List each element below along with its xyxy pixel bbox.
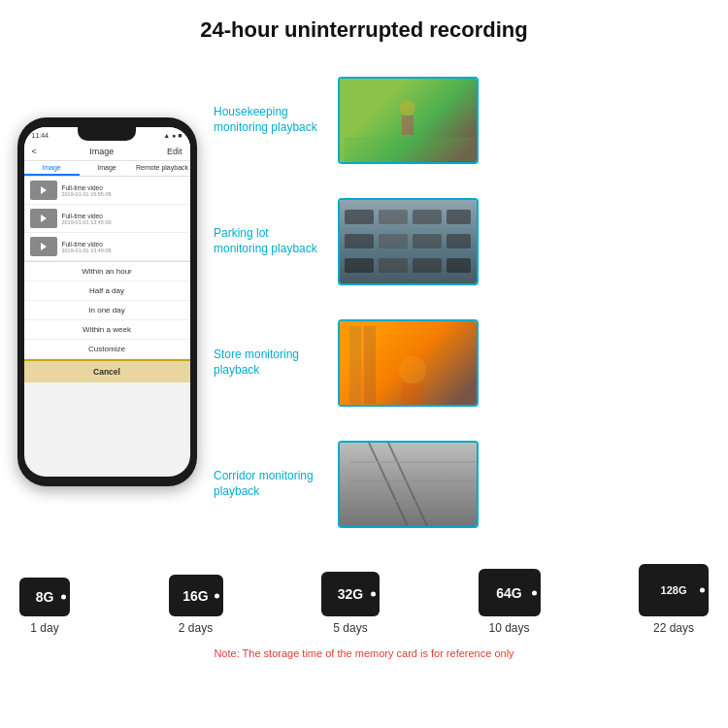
storage-section: 8G 1 day 16G 2 days 32G 5 days 64G bbox=[0, 549, 728, 672]
phone-nav-title: Image bbox=[89, 147, 114, 156]
storage-note: Note: The storage time of the memory car… bbox=[19, 643, 709, 667]
monitor-item-store: Store monitoringplayback bbox=[214, 319, 718, 407]
svg-rect-13 bbox=[413, 258, 442, 273]
monitor-label-housekeeping: Housekeepingmonitoring playback bbox=[214, 105, 330, 135]
svg-rect-6 bbox=[447, 210, 471, 224]
item-text-2: Full-time video 2019-01-01 13:45:00 bbox=[62, 213, 112, 225]
sd-card-128g-dot bbox=[700, 588, 705, 593]
sd-card-8g: 8G bbox=[19, 578, 70, 616]
phone-tab-remote[interactable]: Remote playback bbox=[135, 161, 190, 176]
thumb-2 bbox=[30, 209, 57, 228]
dropdown-item-2[interactable]: Half a day bbox=[24, 281, 190, 301]
svg-rect-16 bbox=[364, 326, 376, 404]
phone-icons: ▲ ● ■ bbox=[163, 132, 182, 139]
sd-card-128g-label: 128G bbox=[661, 584, 687, 596]
storage-card-128g: 128G 22 days bbox=[639, 564, 709, 635]
housekeeping-svg bbox=[340, 79, 477, 162]
play-icon-3 bbox=[41, 243, 47, 250]
phone-mockup: 11:44 ▲ ● ■ < Image Edit Image Image Rem… bbox=[17, 117, 197, 486]
storage-cards: 8G 1 day 16G 2 days 32G 5 days 64G bbox=[19, 564, 709, 635]
svg-rect-11 bbox=[345, 258, 374, 273]
dropdown-item-4[interactable]: Within a week bbox=[24, 320, 190, 340]
storage-days-128g: 22 days bbox=[653, 621, 694, 635]
svg-rect-9 bbox=[413, 234, 442, 248]
svg-rect-0 bbox=[345, 137, 476, 161]
storage-days-8g: 1 day bbox=[30, 621, 58, 635]
list-item: Full-time video 2019-01-01 15:55:08 bbox=[24, 177, 190, 205]
page-title: 24-hour uninterrupted recording bbox=[0, 0, 728, 54]
monitor-item-housekeeping: Housekeepingmonitoring playback bbox=[214, 77, 718, 164]
phone-screen: 11:44 ▲ ● ■ < Image Edit Image Image Rem… bbox=[24, 127, 190, 477]
dropdown-item-5[interactable]: Customize bbox=[24, 340, 190, 359]
svg-rect-10 bbox=[447, 234, 471, 248]
sd-card-32g-label: 32G bbox=[338, 586, 363, 602]
storage-card-64g: 64G 10 days bbox=[479, 569, 541, 635]
monitor-image-parking bbox=[338, 198, 479, 285]
sd-card-8g-dot bbox=[61, 595, 66, 600]
corridor-svg bbox=[340, 443, 477, 526]
storage-days-64g: 10 days bbox=[488, 621, 529, 635]
thumb-1 bbox=[30, 181, 57, 200]
phone-tabs: Image Image Remote playback bbox=[24, 161, 190, 177]
sd-card-16g-label: 16G bbox=[182, 588, 208, 604]
storage-days-32g: 5 days bbox=[333, 621, 367, 635]
phone-nav-bar: < Image Edit bbox=[24, 143, 190, 161]
store-svg bbox=[340, 321, 477, 405]
monitor-item-corridor: Corridor monitoringplayback bbox=[214, 441, 718, 528]
svg-rect-4 bbox=[379, 210, 408, 224]
sd-card-128g: 128G bbox=[639, 564, 709, 616]
main-content: 11:44 ▲ ● ■ < Image Edit Image Image Rem… bbox=[0, 54, 728, 549]
svg-rect-8 bbox=[379, 234, 408, 248]
sd-card-64g-label: 64G bbox=[496, 585, 521, 601]
sd-card-8g-label: 8G bbox=[36, 589, 54, 605]
list-item-3: Full-time video 2019-01-01 13:40:08 bbox=[24, 233, 190, 261]
sd-card-16g-dot bbox=[215, 593, 219, 598]
svg-point-1 bbox=[400, 100, 415, 116]
monitor-item-parking: Parking lotmonitoring playback bbox=[214, 198, 718, 285]
dropdown-item-1[interactable]: Within an hour bbox=[24, 262, 190, 281]
right-panel: Housekeepingmonitoring playback Parking … bbox=[214, 54, 718, 549]
svg-point-17 bbox=[399, 356, 426, 383]
sd-card-64g: 64G bbox=[479, 569, 541, 616]
monitor-label-corridor: Corridor monitoringplayback bbox=[214, 469, 330, 499]
phone-back[interactable]: < bbox=[32, 147, 37, 156]
thumb-3 bbox=[30, 237, 57, 256]
svg-line-20 bbox=[388, 443, 427, 526]
svg-rect-14 bbox=[447, 258, 471, 273]
sd-card-32g-dot bbox=[371, 592, 376, 597]
monitor-label-parking: Parking lotmonitoring playback bbox=[214, 226, 330, 256]
phone-edit[interactable]: Edit bbox=[167, 147, 182, 156]
phone-tab-image2[interactable]: Image bbox=[80, 161, 135, 176]
phone-dropdown: Within an hour Half a day In one day Wit… bbox=[24, 261, 190, 382]
list-item-2: Full-time video 2019-01-01 13:45:00 bbox=[24, 205, 190, 233]
sd-card-32g: 32G bbox=[321, 572, 380, 616]
item-text-3: Full-time video 2019-01-01 13:40:08 bbox=[62, 241, 112, 253]
play-icon-1 bbox=[41, 186, 47, 194]
storage-days-16g: 2 days bbox=[179, 621, 213, 635]
play-icon-2 bbox=[41, 215, 47, 222]
phone-tab-image[interactable]: Image bbox=[24, 161, 80, 176]
svg-rect-12 bbox=[379, 258, 408, 273]
dropdown-item-3[interactable]: In one day bbox=[24, 301, 190, 320]
svg-rect-3 bbox=[345, 210, 374, 224]
monitor-image-housekeeping bbox=[338, 77, 479, 164]
sd-card-16g: 16G bbox=[169, 575, 223, 616]
phone-notch bbox=[78, 127, 136, 141]
parking-svg bbox=[340, 200, 477, 283]
storage-card-32g: 32G 5 days bbox=[321, 572, 380, 635]
storage-card-8g: 8G 1 day bbox=[19, 578, 70, 635]
monitor-image-store bbox=[338, 319, 479, 407]
monitor-label-store: Store monitoringplayback bbox=[214, 347, 330, 378]
svg-rect-15 bbox=[349, 326, 361, 404]
svg-line-19 bbox=[369, 443, 408, 526]
dropdown-cancel[interactable]: Cancel bbox=[24, 359, 190, 382]
phone-list: Full-time video 2019-01-01 15:55:08 Full… bbox=[24, 177, 190, 261]
storage-card-16g: 16G 2 days bbox=[169, 575, 223, 635]
svg-rect-2 bbox=[402, 116, 414, 135]
sd-card-64g-dot bbox=[532, 590, 537, 595]
svg-rect-18 bbox=[401, 383, 424, 405]
svg-rect-5 bbox=[413, 210, 442, 224]
item-text-1: Full-time video 2019-01-01 15:55:08 bbox=[62, 184, 112, 197]
svg-rect-7 bbox=[345, 234, 374, 248]
monitor-image-corridor bbox=[338, 441, 479, 528]
